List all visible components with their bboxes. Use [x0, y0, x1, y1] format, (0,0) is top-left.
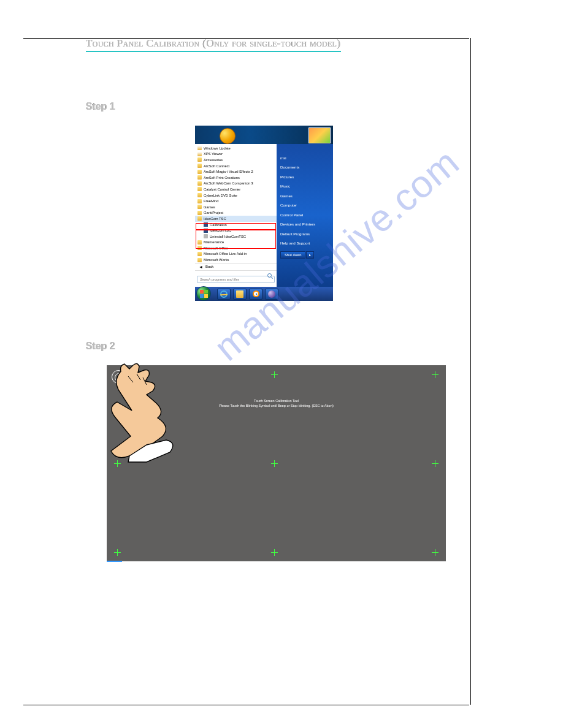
sm-item-selected[interactable]: IdeaCom TSC	[195, 216, 277, 222]
start-menu-programs: Windows Update XPS Viewer Accessories Ar…	[195, 144, 277, 287]
shutdown-button[interactable]: Shut down ▸	[280, 251, 329, 259]
folder-icon	[197, 170, 202, 174]
shutdown-label: Shut down	[280, 251, 305, 259]
sm-label: XPS Viewer	[204, 152, 223, 156]
wmp-icon	[253, 290, 259, 297]
sm-item[interactable]: CyberLink DVD Suite	[195, 192, 277, 199]
right-item[interactable]: Music	[280, 184, 329, 188]
taskbar-wmp[interactable]	[249, 289, 262, 300]
sm-label: Accessories	[204, 158, 223, 162]
sm-item[interactable]: GanttProject	[195, 210, 277, 216]
sm-item[interactable]: Catalyst Control Center	[195, 186, 277, 192]
calibration-cross-icon	[271, 371, 278, 378]
start-menu-rightpane: msi Documents Pictures Music Games Compu…	[277, 144, 333, 287]
right-item[interactable]: Games	[280, 194, 329, 198]
step-1-label: Step 1	[86, 101, 445, 112]
calibration-screenshot: Touch Screen Calibration Tool Please Tou…	[107, 365, 446, 561]
hand-pointer-icon	[104, 359, 190, 463]
folder-icon	[197, 252, 202, 256]
shutdown-dropdown-icon[interactable]: ▸	[306, 251, 314, 259]
folder-icon	[197, 205, 202, 209]
sm-item[interactable]: FreeMind	[195, 198, 277, 204]
right-item[interactable]: Computer	[280, 203, 329, 207]
calibration-cross-icon	[271, 549, 278, 556]
folder-icon	[197, 181, 202, 186]
progress-tick	[107, 561, 122, 562]
taskbar-mediacenter[interactable]	[265, 289, 278, 300]
start-menu-topbar	[195, 126, 333, 144]
right-item[interactable]: Default Programs	[280, 232, 329, 236]
folder-icon	[197, 164, 202, 168]
right-item[interactable]: msi	[280, 156, 329, 160]
taskbar-ie[interactable]	[217, 289, 231, 300]
sm-label: Microsoft Office Live Add-in	[204, 252, 247, 256]
calibration-cross-icon	[114, 549, 121, 556]
start-menu-screenshot: Windows Update XPS Viewer Accessories Ar…	[195, 126, 333, 301]
folder-icon	[197, 193, 202, 197]
sm-item[interactable]: ArcSoft Connect	[195, 163, 277, 169]
sm-label: ArcSoft Magic-i Visual Effects 2	[204, 170, 253, 173]
sm-label: Games	[204, 205, 215, 209]
sm-label: Catalyst Control Center	[204, 188, 240, 191]
folder-icon	[197, 211, 202, 215]
right-item[interactable]: Pictures	[280, 175, 329, 179]
sm-label: ArcSoft Print Creations	[204, 176, 240, 180]
folder-icon	[197, 175, 202, 180]
program-icon	[197, 152, 202, 156]
sm-item[interactable]: ArcSoft WebCam Companion 3	[195, 181, 277, 187]
start-button[interactable]	[196, 286, 211, 301]
folder-icon	[197, 157, 202, 162]
taskbar	[195, 287, 333, 301]
program-icon	[197, 146, 202, 150]
sm-label: ArcSoft WebCam Companion 3	[204, 181, 253, 185]
sm-label: ArcSoft Connect	[204, 164, 229, 168]
page-bottom-rule	[23, 705, 469, 705]
sm-item[interactable]: Accessories	[195, 157, 277, 163]
page-top-rule	[23, 38, 469, 51]
sm-item[interactable]: Games	[195, 204, 277, 210]
desktop-thumb	[308, 127, 331, 143]
page-right-rule	[470, 38, 471, 705]
user-orb-icon	[220, 128, 236, 144]
sm-item[interactable]: XPS Viewer	[195, 151, 277, 157]
search-wrap	[195, 270, 277, 286]
ie-icon	[220, 290, 228, 298]
folder-icon	[197, 187, 202, 191]
sm-label: FreeMind	[204, 199, 218, 203]
sm-item[interactable]: Windows Update	[195, 145, 277, 151]
sm-label: IdeaCom TSC	[204, 217, 226, 221]
search-input[interactable]	[197, 276, 275, 283]
sm-item[interactable]: ArcSoft Print Creations	[195, 175, 277, 181]
right-item[interactable]: Control Panel	[280, 213, 329, 217]
sm-item[interactable]: Microsoft Office Live Add-in	[195, 251, 277, 257]
taskbar-explorer[interactable]	[233, 289, 247, 300]
highlight-box	[196, 223, 276, 230]
right-item[interactable]: Devices and Printers	[280, 222, 329, 226]
search-icon	[267, 273, 272, 278]
back-button[interactable]: ◄Back	[195, 263, 277, 270]
folder-icon	[197, 199, 202, 203]
sm-label: CyberLink DVD Suite	[204, 194, 237, 197]
highlight-box	[196, 230, 276, 249]
mediacenter-icon	[268, 290, 275, 298]
sm-label: GanttProject	[204, 211, 223, 214]
folder-icon	[197, 258, 202, 262]
start-menu-body: Windows Update XPS Viewer Accessories Ar…	[195, 144, 333, 287]
sm-label: Microsoft Works	[204, 258, 229, 262]
sm-label: Windows Update	[204, 146, 231, 150]
calibration-cross-icon	[271, 460, 278, 467]
folder-icon	[197, 216, 202, 221]
calibration-cross-icon	[432, 549, 439, 556]
right-item[interactable]: Documents	[280, 165, 329, 169]
back-label: Back	[205, 265, 213, 268]
calibration-cross-icon	[432, 371, 439, 378]
document-body: Touch Panel Calibration (Only for single…	[86, 0, 445, 561]
sm-item[interactable]: ArcSoft Magic-i Visual Effects 2	[195, 169, 277, 175]
right-item[interactable]: Help and Support	[280, 241, 329, 245]
calibration-cross-icon	[432, 460, 439, 467]
sm-item[interactable]: Microsoft Works	[195, 257, 277, 263]
step-2-label: Step 2	[86, 341, 445, 352]
explorer-icon	[236, 290, 243, 298]
back-arrow-icon: ◄	[199, 265, 203, 269]
